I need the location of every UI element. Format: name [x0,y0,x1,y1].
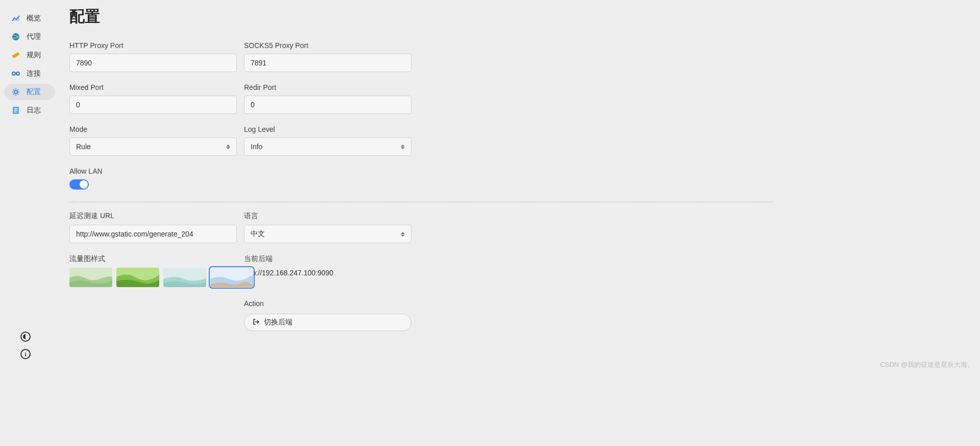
label-socks-port: SOCKS5 Proxy Port [244,41,411,50]
field-mode: Mode Rule [69,125,237,156]
sidebar-item-label: 连接 [27,69,41,78]
globe-icon [11,32,20,41]
input-mixed-port[interactable]: 0 [69,96,237,114]
field-backend: 当前后端 http://192.168.247.100:9090 Action … [244,254,411,331]
label-action: Action [244,299,411,308]
label-mode: Mode [69,125,237,133]
label-latency-url: 延迟测速 URL [69,212,237,221]
sidebar-item-label: 日志 [27,106,41,115]
input-http-port[interactable]: 7890 [69,54,237,72]
sidebar-item-label: 概览 [27,14,41,23]
watermark-text: CSDN @我的征途是星辰大海。 [880,360,974,369]
svg-rect-1 [12,52,19,58]
field-mixed-port: Mixed Port 0 [69,83,237,114]
backend-url-text: http://192.168.247.100:9090 [244,269,411,277]
field-log-level: Log Level Info [244,125,411,156]
field-chart-style: 流量图样式 [69,254,237,331]
sidebar-item-overview[interactable]: 概览 [4,10,55,27]
log-icon [11,106,20,115]
field-redir-port: Redir Port 0 [244,83,411,114]
svg-point-0 [12,33,19,40]
sidebar-item-label: 规则 [27,51,41,60]
label-language: 语言 [244,212,411,221]
sidebar-item-label: 代理 [27,32,41,41]
gear-icon [11,87,20,97]
label-mixed-port: Mixed Port [69,83,237,91]
sidebar-item-label: 配置 [27,87,41,97]
theme-toggle-icon[interactable] [20,332,31,342]
chart-style-option-1[interactable] [69,268,112,287]
page-title: 配置 [69,6,784,27]
info-icon[interactable] [20,349,31,359]
toggle-allow-lan[interactable] [69,179,89,190]
switch-backend-button[interactable]: 切换后端 [244,314,411,331]
chevron-updown-icon [401,232,405,237]
field-latency-url: 延迟测速 URL http://www.gstatic.com/generate… [69,212,237,243]
section-divider [69,202,774,202]
svg-point-4 [14,90,17,93]
svg-point-2 [12,72,15,75]
select-mode[interactable]: Rule [69,137,237,156]
label-http-port: HTTP Proxy Port [69,41,237,50]
sidebar-item-logs[interactable]: 日志 [4,102,55,119]
input-latency-url[interactable]: http://www.gstatic.com/generate_204 [69,225,237,243]
logout-icon [253,318,260,327]
select-log-level[interactable]: Info [244,137,411,156]
label-backend: 当前后端 [244,254,411,264]
field-socks-port: SOCKS5 Proxy Port 7891 [244,41,411,72]
chart-style-option-2[interactable] [116,268,159,287]
sidebar-item-config[interactable]: 配置 [4,84,55,100]
field-allow-lan: Allow LAN [69,167,237,190]
sidebar-item-connections[interactable]: 连接 [4,65,55,82]
field-http-port: HTTP Proxy Port 7890 [69,41,237,72]
main-content: 配置 HTTP Proxy Port 7890 SOCKS5 Proxy Por… [69,6,784,331]
input-socks-port[interactable]: 7891 [244,54,411,72]
chart-style-option-4[interactable] [210,268,253,287]
input-redir-port[interactable]: 0 [244,96,411,114]
label-redir-port: Redir Port [244,83,411,91]
sidebar-item-proxy[interactable]: 代理 [4,29,55,45]
chart-style-option-3[interactable] [163,268,206,287]
chevron-updown-icon [226,145,230,149]
select-language[interactable]: 中文 [244,225,411,243]
svg-point-3 [16,72,19,75]
label-allow-lan: Allow LAN [69,167,237,175]
chevron-updown-icon [401,145,405,149]
chart-icon [11,14,20,23]
field-language: 语言 中文 [244,212,411,243]
sidebar-item-rules[interactable]: 规则 [4,47,55,63]
sidebar: 概览 代理 规则 连接 配置 日志 [4,10,55,119]
label-chart-style: 流量图样式 [69,254,237,264]
switch-backend-label: 切换后端 [264,318,292,327]
link-icon [11,69,20,78]
label-log-level: Log Level [244,125,411,133]
ruler-icon [11,51,20,60]
sidebar-bottom [20,332,31,359]
